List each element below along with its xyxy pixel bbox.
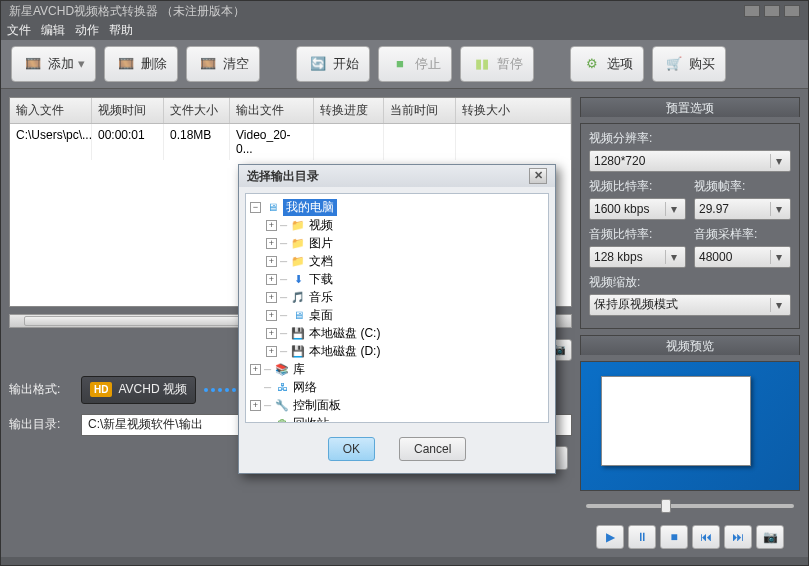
video-preview (580, 361, 800, 491)
scale-label: 视频缩放: (589, 274, 791, 291)
hd-badge: HD (90, 382, 112, 397)
download-icon: ⬇ (290, 272, 306, 286)
dialog-close-button[interactable]: ✕ (529, 168, 547, 184)
chevron-down-icon: ▾ (665, 202, 681, 216)
output-dir-label: 输出目录: (9, 416, 73, 433)
tree-node-desktop[interactable]: 桌面 (309, 307, 333, 324)
options-button[interactable]: ⚙选项 (570, 46, 644, 82)
tree-toggle[interactable]: − (250, 202, 261, 213)
tree-toggle[interactable]: + (266, 292, 277, 303)
play-button[interactable]: ▶ (596, 525, 624, 549)
preview-title: 视频预览 (580, 335, 800, 355)
tree-toggle[interactable]: + (266, 238, 277, 249)
clear-button[interactable]: 🎞️清空 (186, 46, 260, 82)
dialog-ok-button[interactable]: OK (328, 437, 375, 461)
drive-icon: 💾 (290, 344, 306, 358)
folder-tree[interactable]: −🖥我的电脑 +─📁视频 +─📁图片 +─📁文档 +─⬇下载 +─🎵音乐 +─🖥… (245, 193, 549, 423)
col-fsize[interactable]: 文件大小 (164, 98, 230, 123)
start-icon: 🔄 (307, 53, 329, 75)
tree-node-cpl[interactable]: 控制面板 (293, 397, 341, 414)
app-title: 新星AVCHD视频格式转换器 （未注册版本） (9, 3, 245, 20)
stop-icon: ■ (389, 53, 411, 75)
folder-icon: 📁 (290, 236, 306, 250)
dialog-title: 选择输出目录 (247, 168, 319, 185)
tree-node-lib[interactable]: 库 (293, 361, 305, 378)
res-combo[interactable]: 1280*720▾ (589, 150, 791, 172)
delete-icon: 🎞️ (115, 53, 137, 75)
minimize-button[interactable] (744, 5, 760, 17)
chevron-down-icon: ▾ (770, 154, 786, 168)
tree-toggle[interactable]: + (266, 220, 277, 231)
output-format-label: 输出格式: (9, 381, 73, 398)
asr-combo[interactable]: 48000▾ (694, 246, 791, 268)
table-row[interactable]: C:\Users\pc\... 00:00:01 0.18MB Video_20… (10, 124, 571, 160)
tree-node-video[interactable]: 视频 (309, 217, 333, 234)
prev-button[interactable]: ⏮ (692, 525, 720, 549)
add-button[interactable]: 🎞️添加 ▾ (11, 46, 96, 82)
folder-icon: 📁 (290, 254, 306, 268)
tree-toggle[interactable]: + (266, 310, 277, 321)
snapshot-preview-button[interactable]: 📷 (756, 525, 784, 549)
tree-node-diskd[interactable]: 本地磁盘 (D:) (309, 343, 380, 360)
music-icon: 🎵 (290, 290, 306, 304)
network-icon: 🖧 (274, 380, 290, 394)
vfps-combo[interactable]: 29.97▾ (694, 198, 791, 220)
statusbar (1, 557, 808, 565)
tree-node-diskc[interactable]: 本地磁盘 (C:) (309, 325, 380, 342)
preset-title: 预置选项 (580, 97, 800, 117)
desktop-icon: 🖥 (290, 308, 306, 322)
tree-node-downloads[interactable]: 下载 (309, 271, 333, 288)
cart-icon: 🛒 (663, 53, 685, 75)
menu-edit[interactable]: 编辑 (41, 22, 65, 39)
col-output[interactable]: 输出文件 (230, 98, 314, 123)
tree-node-pictures[interactable]: 图片 (309, 235, 333, 252)
delete-button[interactable]: 🎞️删除 (104, 46, 178, 82)
chevron-down-icon: ▾ (665, 250, 681, 264)
drive-icon: 💾 (290, 326, 306, 340)
tree-toggle[interactable]: + (250, 400, 261, 411)
col-input[interactable]: 输入文件 (10, 98, 92, 123)
tree-node-music[interactable]: 音乐 (309, 289, 333, 306)
computer-icon: 🖥 (264, 200, 280, 214)
clear-icon: 🎞️ (197, 53, 219, 75)
menu-action[interactable]: 动作 (75, 22, 99, 39)
abit-combo[interactable]: 128 kbps▾ (589, 246, 686, 268)
asr-label: 音频采样率: (694, 226, 791, 243)
tree-node-trash[interactable]: 回收站 (293, 415, 329, 424)
tree-toggle[interactable]: + (266, 346, 277, 357)
stop-preview-button[interactable]: ■ (660, 525, 688, 549)
vbit-combo[interactable]: 1600 kbps▾ (589, 198, 686, 220)
pause-preview-button[interactable]: ⏸ (628, 525, 656, 549)
chevron-down-icon: ▾ (770, 250, 786, 264)
buy-button[interactable]: 🛒购买 (652, 46, 726, 82)
vfps-label: 视频帧率: (694, 178, 791, 195)
tree-node-mypc[interactable]: 我的电脑 (283, 199, 337, 216)
col-progress[interactable]: 转换进度 (314, 98, 384, 123)
tree-toggle[interactable]: + (266, 274, 277, 285)
start-button[interactable]: 🔄开始 (296, 46, 370, 82)
pause-button[interactable]: ▮▮暂停 (460, 46, 534, 82)
col-csize[interactable]: 转换大小 (456, 98, 571, 123)
abit-label: 音频比特率: (589, 226, 686, 243)
maximize-button[interactable] (764, 5, 780, 17)
tree-node-network[interactable]: 网络 (293, 379, 317, 396)
tree-node-docs[interactable]: 文档 (309, 253, 333, 270)
add-icon: 🎞️ (22, 53, 44, 75)
output-format-button[interactable]: HD AVCHD 视频 (81, 376, 196, 404)
stop-button[interactable]: ■停止 (378, 46, 452, 82)
chevron-down-icon: ▾ (770, 202, 786, 216)
next-button[interactable]: ⏭ (724, 525, 752, 549)
tree-toggle[interactable]: + (250, 364, 261, 375)
menu-help[interactable]: 帮助 (109, 22, 133, 39)
tree-toggle[interactable]: + (266, 328, 277, 339)
menu-file[interactable]: 文件 (7, 22, 31, 39)
scale-combo[interactable]: 保持原视频模式▾ (589, 294, 791, 316)
tree-toggle[interactable]: + (266, 256, 277, 267)
library-icon: 📚 (274, 362, 290, 376)
chevron-down-icon: ▾ (770, 298, 786, 312)
col-vtime[interactable]: 视频时间 (92, 98, 164, 123)
dialog-cancel-button[interactable]: Cancel (399, 437, 466, 461)
close-button[interactable] (784, 5, 800, 17)
col-ctime[interactable]: 当前时间 (384, 98, 456, 123)
seek-slider[interactable] (580, 497, 800, 515)
